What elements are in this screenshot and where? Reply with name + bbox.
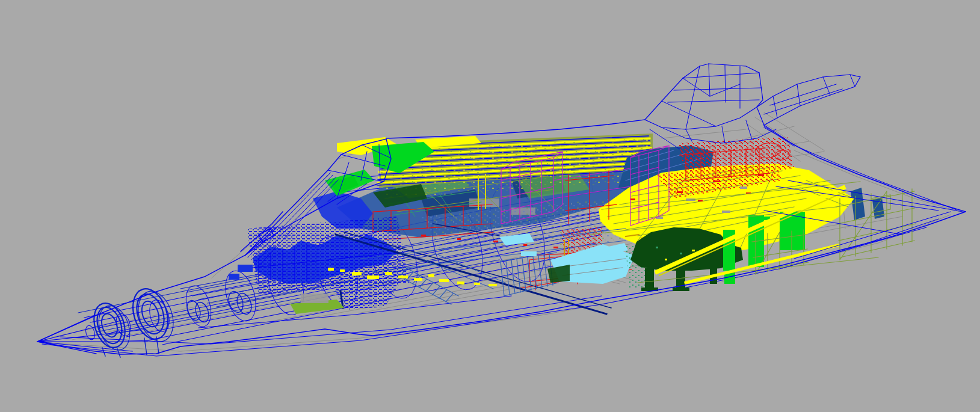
wireframe-spacecraft-model [0, 0, 980, 412]
tail-fins [645, 64, 860, 149]
viewport-3d[interactable] [0, 0, 980, 412]
